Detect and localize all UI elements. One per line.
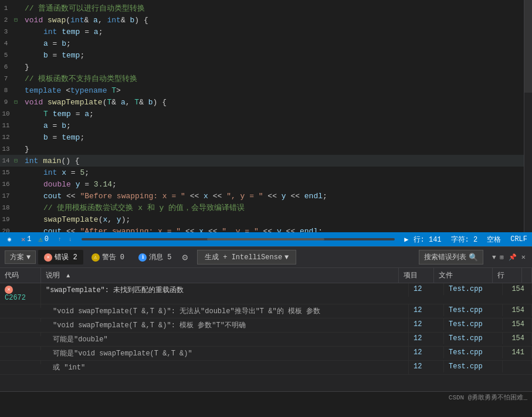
- header-file: 文件: [434, 268, 493, 283]
- tab-messages[interactable]: ℹ 消息 5: [133, 250, 177, 265]
- panel-close-btn[interactable]: ✕: [520, 253, 527, 262]
- code-text: }: [20, 63, 530, 72]
- tab-errors[interactable]: ✕ 错误 2: [38, 250, 83, 265]
- error-line: 154: [503, 333, 532, 344]
- minimap[interactable]: [524, 0, 532, 232]
- code-line[interactable]: 6}: [0, 61, 532, 73]
- line-number: 13: [0, 145, 12, 152]
- code-line[interactable]: 2⊟void swap(int& a, int& b) {: [0, 14, 532, 26]
- dropdown-arrow: ▼: [26, 253, 31, 262]
- error-code: [0, 361, 41, 364]
- error-proj: 12: [409, 347, 444, 358]
- code-line[interactable]: 8template <typename T>: [0, 84, 532, 96]
- code-line[interactable]: 17cout << "Before swapping: x = " << x <…: [0, 190, 532, 202]
- error-file: Test.cpp: [444, 361, 503, 372]
- status-left: ◉ ✕ 1 ⚠ 0 ↑ ↓ ▶: [5, 235, 409, 244]
- panel-bottom: CSDN @勇敢勇勇不怕困难_: [0, 391, 532, 403]
- error-row[interactable]: 可能是"void swapTemplate(T &,T &)"12Test.cp…: [0, 347, 532, 361]
- header-scrollbar: [522, 268, 532, 283]
- error-rows[interactable]: ✕C2672"swapTemplate": 未找到匹配的重载函数12Test.c…: [0, 283, 532, 391]
- code-text: }: [20, 145, 530, 154]
- fold-indicator[interactable]: ⊟: [12, 99, 20, 106]
- fold-indicator[interactable]: ⊟: [12, 157, 20, 164]
- error-file: Test.cpp: [444, 333, 503, 344]
- line-number: 20: [0, 228, 12, 232]
- code-text: void swapTemplate(T& a, T& b) {: [20, 98, 530, 107]
- line-number: 2: [0, 16, 12, 23]
- warn-dot: ⚠: [92, 253, 100, 262]
- error-tab-label: 错误 2: [55, 252, 77, 262]
- code-line[interactable]: 12b = temp;: [0, 131, 532, 143]
- code-line[interactable]: 4a = b;: [0, 38, 532, 49]
- fold-indicator[interactable]: ⊟: [12, 16, 20, 23]
- error-desc: "swapTemplate": 未找到匹配的重载函数: [41, 283, 409, 297]
- line-number: 18: [0, 204, 12, 211]
- code-text: // 普通函数可以进行自动类型转换: [20, 3, 530, 13]
- error-line: 141: [503, 347, 532, 358]
- editor-area: 1// 普通函数可以进行自动类型转换2⊟void swap(int& a, in…: [0, 0, 532, 232]
- line-number: 3: [0, 28, 12, 35]
- line-number: 19: [0, 216, 12, 223]
- tab-warnings[interactable]: ⚠ 警告 0: [86, 250, 130, 265]
- arrow-up-btn[interactable]: ↑: [56, 236, 64, 243]
- line-number: 16: [0, 181, 12, 188]
- code-line[interactable]: 19swapTemplate(x, y);: [0, 213, 532, 225]
- crlf-info: CRLF: [510, 235, 527, 243]
- code-line[interactable]: 9⊟void swapTemplate(T& a, T& b) {: [0, 96, 532, 108]
- arrow-right[interactable]: ▶: [404, 235, 408, 244]
- code-text: b = temp;: [20, 51, 530, 60]
- code-line[interactable]: 1// 普通函数可以进行自动类型转换: [0, 2, 532, 14]
- search-errors[interactable]: 搜索错误列表 🔍: [419, 250, 483, 265]
- error-table-header: 代码 说明 ▲ 项目 文件 行: [0, 268, 532, 283]
- error-row[interactable]: ✕C2672"swapTemplate": 未找到匹配的重载函数12Test.c…: [0, 283, 532, 304]
- panel-collapse-btn[interactable]: ▼ ⊞: [490, 253, 506, 261]
- line-number: 17: [0, 192, 12, 199]
- error-row[interactable]: 可能是"double"12Test.cpp154: [0, 333, 532, 347]
- code-line[interactable]: 7// 模板函数不支持自动类型转换: [0, 73, 532, 84]
- code-line[interactable]: 13}: [0, 143, 532, 155]
- line-number: 11: [0, 122, 12, 129]
- filter-icon[interactable]: ⚙: [179, 252, 190, 263]
- header-line: 行: [493, 268, 522, 283]
- watermark: CSDN @勇敢勇勇不怕困难_: [449, 393, 527, 402]
- line-number: 8: [0, 87, 12, 94]
- header-desc: 说明 ▲: [41, 268, 399, 283]
- sort-asc-icon[interactable]: ▲: [66, 273, 70, 279]
- error-row[interactable]: "void swapTemplate(T &,T &)": 无法从"double…: [0, 304, 532, 318]
- code-editor[interactable]: 1// 普通函数可以进行自动类型转换2⊟void swap(int& a, in…: [0, 0, 532, 232]
- header-code: 代码: [0, 268, 41, 283]
- code-line[interactable]: 18// 使用模板函数尝试交换 x 和 y 的值，会导致编译错误: [0, 202, 532, 213]
- code-line[interactable]: 16double y = 3.14;: [0, 178, 532, 190]
- code-line[interactable]: 3int temp = a;: [0, 26, 532, 38]
- code-line[interactable]: 14⊟int main() {: [0, 155, 532, 167]
- code-text: cout << "Before swapping: x = " << x << …: [20, 192, 530, 201]
- arrow-down-btn[interactable]: ↓: [66, 236, 74, 243]
- error-row[interactable]: "void swapTemplate(T &,T &)": 模板 参数"T"不明…: [0, 318, 532, 333]
- scroll-thumb[interactable]: [207, 238, 324, 240]
- code-line[interactable]: 10T temp = a;: [0, 108, 532, 120]
- error-desc: "void swapTemplate(T &,T &)": 模板 参数"T"不明…: [41, 318, 409, 332]
- build-button[interactable]: 生成 + IntelliSense ▼: [197, 250, 296, 265]
- error-row[interactable]: 或 "int"12Test.cpp: [0, 361, 532, 375]
- error-code: ✕C2672: [0, 283, 41, 304]
- code-line[interactable]: 11a = b;: [0, 120, 532, 131]
- bottom-panel: 方案 ▼ ✕ 错误 2 ⚠ 警告 0 ℹ 消息 5 ⚙ 生成 + Intelli…: [0, 246, 532, 403]
- status-icon: ◉: [5, 235, 14, 244]
- error-desc: "void swapTemplate(T &,T &)": 无法从"double…: [41, 304, 409, 318]
- error-code: [0, 347, 41, 350]
- code-line[interactable]: 5b = temp;: [0, 49, 532, 61]
- line-number: 1: [0, 5, 12, 12]
- error-line: [503, 361, 532, 364]
- status-right: 行: 141 字符: 2 空格 CRLF: [414, 235, 527, 245]
- scroll-track[interactable]: [82, 238, 395, 240]
- warn-icon: ⚠: [38, 235, 42, 244]
- code-line[interactable]: 15int x = 5;: [0, 167, 532, 178]
- error-desc: 可能是"double": [41, 333, 409, 346]
- error-line: 154: [503, 318, 532, 330]
- error-file: Test.cpp: [444, 347, 503, 358]
- code-line[interactable]: 20cout << "After swapping: x = " << x <<…: [0, 225, 532, 232]
- solution-dropdown[interactable]: 方案 ▼: [5, 250, 36, 264]
- line-number: 7: [0, 75, 12, 82]
- error-proj: 12: [409, 318, 444, 330]
- panel-pin-btn[interactable]: 📌: [507, 253, 519, 261]
